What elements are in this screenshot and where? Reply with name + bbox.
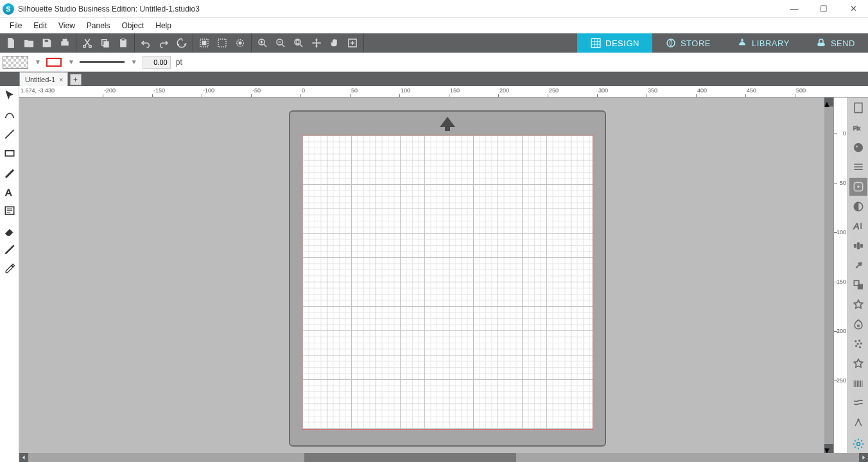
menu-object[interactable]: Object (116, 19, 150, 32)
select-all-button[interactable] (196, 35, 213, 51)
zoom-selection-button[interactable] (290, 35, 307, 51)
knife-tool[interactable] (1, 241, 18, 258)
page-setup-panel-icon[interactable] (849, 99, 867, 117)
style-bar: ▼ ▼ ▼ pt (0, 53, 868, 72)
vertical-scrollbar[interactable]: ▴ ▾ (824, 98, 833, 453)
horizontal-scrollbar[interactable] (19, 453, 868, 462)
window-title: Silhouette Studio Business Edition: Unti… (18, 4, 200, 13)
line-style-dropdown-icon[interactable]: ▼ (131, 58, 137, 65)
recycle-button[interactable] (173, 35, 190, 51)
menu-edit[interactable]: Edit (28, 19, 53, 32)
svg-point-27 (854, 143, 862, 151)
svg-rect-2 (63, 39, 67, 42)
line-color-swatch[interactable] (46, 58, 62, 67)
image-effects-panel-icon[interactable] (849, 197, 867, 216)
close-button[interactable]: ✕ (838, 0, 868, 18)
fill-dropdown-icon[interactable]: ▼ (35, 58, 41, 65)
new-file-button[interactable] (3, 35, 19, 51)
preferences-icon[interactable] (849, 434, 867, 453)
freehand-tool[interactable] (1, 164, 18, 181)
add-tab-button[interactable]: + (70, 74, 82, 85)
mode-send[interactable]: SEND (803, 33, 868, 53)
rhinestone-panel-icon[interactable] (849, 355, 867, 373)
offset-panel-icon[interactable] (849, 315, 867, 334)
svg-point-36 (855, 341, 856, 343)
scroll-right-button[interactable] (859, 453, 868, 462)
svg-point-43 (856, 442, 860, 445)
eraser-tool[interactable] (1, 222, 18, 239)
menu-file[interactable]: File (4, 19, 28, 32)
menu-help[interactable]: Help (150, 19, 177, 32)
svg-point-13 (239, 42, 242, 45)
barcode-panel-icon[interactable] (849, 374, 867, 393)
tab-label: Untitled-1 (25, 76, 55, 83)
redo-button[interactable] (155, 35, 172, 51)
mode-store[interactable]: STORE (652, 33, 724, 53)
scroll-up-button[interactable]: ▴ (824, 98, 833, 107)
modify-panel-icon[interactable] (849, 296, 867, 314)
eyedropper-tool[interactable] (1, 261, 18, 277)
line-style-swatch[interactable] (80, 61, 125, 63)
fill-panel-icon[interactable] (849, 138, 867, 157)
mode-library[interactable]: LIBRARY (724, 33, 803, 53)
design-page[interactable] (302, 135, 593, 430)
svg-point-37 (858, 340, 860, 342)
rectangle-tool[interactable] (1, 145, 18, 162)
replicate-panel-icon[interactable] (849, 276, 867, 295)
line-tool[interactable] (1, 126, 18, 142)
zoom-drag-button[interactable] (308, 35, 325, 51)
scroll-down-button[interactable]: ▾ (824, 444, 833, 453)
tab-close-icon[interactable]: × (59, 76, 63, 83)
pan-button[interactable] (326, 35, 343, 51)
sketch-panel-icon[interactable] (849, 394, 867, 413)
svg-rect-11 (218, 39, 226, 47)
open-file-button[interactable] (21, 35, 37, 51)
document-tab-bar: Untitled-1 × + (0, 72, 868, 86)
svg-rect-22 (5, 151, 13, 156)
vertical-ruler: 050100150200250 (833, 98, 847, 453)
scroll-left-button[interactable] (19, 453, 28, 462)
menu-view[interactable]: View (53, 19, 81, 32)
text-style-panel-icon[interactable]: A (849, 217, 867, 235)
pixscan-panel-icon[interactable]: Pix (849, 119, 867, 137)
select-tool[interactable] (1, 87, 18, 104)
svg-rect-25 (855, 103, 862, 113)
svg-point-4 (89, 45, 92, 47)
undo-button[interactable] (137, 35, 154, 51)
zoom-in-button[interactable] (254, 35, 271, 51)
note-tool[interactable] (1, 203, 18, 219)
save-button[interactable] (39, 35, 55, 51)
horizontal-scroll-thumb[interactable] (304, 453, 516, 462)
cut-button[interactable] (79, 35, 96, 51)
trace-selection-button[interactable] (232, 35, 248, 51)
svg-rect-17 (296, 40, 299, 44)
fit-to-window-button[interactable] (344, 35, 361, 51)
stipple-panel-icon[interactable] (849, 335, 867, 354)
edit-points-tool[interactable] (1, 107, 18, 123)
zoom-out-button[interactable] (272, 35, 289, 51)
line-color-dropdown-icon[interactable]: ▼ (68, 58, 74, 65)
feed-arrow-icon (440, 117, 455, 127)
copy-button[interactable] (97, 35, 114, 51)
svg-point-40 (855, 345, 857, 347)
svg-point-39 (860, 343, 862, 345)
send-to-back-icon[interactable] (849, 256, 867, 275)
transform-panel-icon[interactable] (849, 237, 867, 255)
paste-button[interactable] (115, 35, 132, 51)
fill-swatch[interactable] (3, 56, 28, 69)
menu-panels[interactable]: Panels (81, 19, 116, 32)
svg-rect-6 (104, 42, 109, 47)
deselect-button[interactable] (214, 35, 230, 51)
canvas[interactable]: ▴ ▾ (19, 98, 833, 453)
maximize-button[interactable]: ☐ (809, 0, 838, 18)
print-button[interactable] (56, 35, 73, 51)
text-tool[interactable]: A (1, 184, 18, 200)
nesting-panel-icon[interactable] (849, 414, 867, 432)
line-style-panel-icon[interactable] (849, 158, 867, 176)
trace-panel-icon[interactable] (849, 178, 867, 196)
line-weight-input[interactable] (143, 56, 171, 69)
document-tab[interactable]: Untitled-1 × (19, 72, 68, 86)
minimize-button[interactable]: — (779, 0, 809, 18)
mode-design[interactable]: DESIGN (577, 33, 652, 53)
left-tools: A (0, 86, 19, 462)
